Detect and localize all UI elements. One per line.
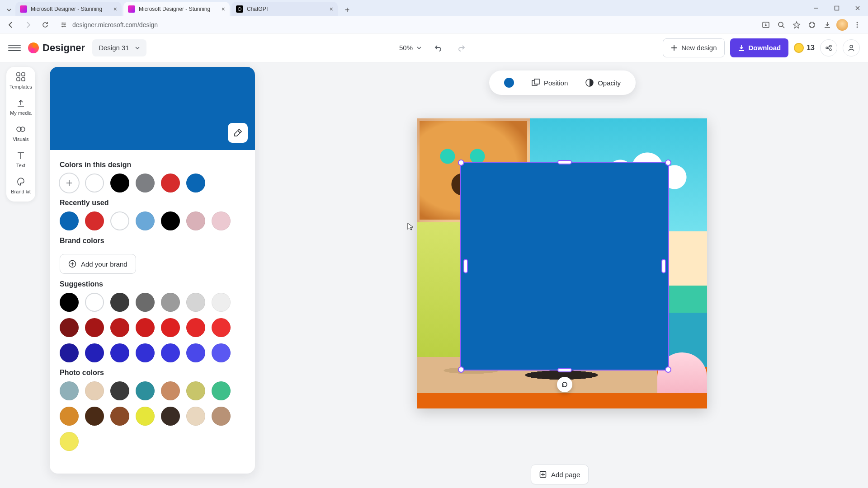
add-color-button[interactable] [60, 174, 79, 192]
download-button[interactable]: Download [730, 38, 789, 57]
suggestion-swatch[interactable] [136, 293, 155, 312]
in-design-swatch[interactable] [85, 174, 104, 192]
redo-button[interactable] [454, 41, 469, 55]
photo-swatch[interactable] [60, 432, 79, 451]
browser-menu-icon[interactable] [851, 19, 863, 31]
position-button[interactable]: Position [531, 78, 568, 87]
add-brand-button[interactable]: Add your brand [60, 254, 136, 274]
design-name-selector[interactable]: Design 31 [92, 39, 146, 56]
rail-visuals[interactable]: Visuals [13, 124, 28, 142]
suggestion-swatch[interactable] [110, 343, 129, 362]
opacity-button[interactable]: Opacity [585, 78, 621, 87]
suggestion-swatch[interactable] [161, 343, 180, 362]
window-maximize-button[interactable] [826, 0, 847, 16]
photo-swatch[interactable] [85, 407, 104, 426]
browser-tab-2[interactable]: ChatGPT × [231, 2, 338, 16]
address-field[interactable]: designer.microsoft.com/design [56, 18, 755, 32]
close-icon[interactable]: × [222, 5, 225, 13]
design-canvas[interactable] [417, 118, 707, 408]
suggestion-swatch[interactable] [136, 343, 155, 362]
browser-reload-button[interactable] [39, 19, 52, 31]
share-button[interactable] [820, 39, 837, 56]
install-app-icon[interactable] [760, 19, 772, 31]
suggestion-swatch[interactable] [136, 318, 155, 337]
suggestion-swatch[interactable] [85, 343, 104, 362]
rotate-handle[interactable] [557, 377, 572, 392]
photo-swatch[interactable] [110, 381, 129, 400]
account-button[interactable] [843, 39, 860, 56]
resize-handle-left[interactable] [463, 259, 468, 273]
in-design-swatch[interactable] [161, 174, 180, 192]
new-design-button[interactable]: New design [663, 38, 724, 57]
resize-handle-bottom-left[interactable] [458, 366, 464, 373]
photo-swatch[interactable] [85, 381, 104, 400]
photo-swatch[interactable] [161, 407, 180, 426]
suggestion-swatch[interactable] [85, 318, 104, 337]
photo-swatch[interactable] [186, 407, 205, 426]
browser-tab-1[interactable]: Microsoft Designer - Stunning × [123, 2, 230, 16]
suggestion-swatch[interactable] [212, 343, 231, 362]
site-info-icon[interactable] [60, 21, 68, 29]
photo-swatch[interactable] [212, 381, 231, 400]
suggestion-swatch[interactable] [161, 318, 180, 337]
suggestion-swatch[interactable] [212, 318, 231, 337]
profile-avatar[interactable] [836, 19, 848, 31]
recent-swatch[interactable] [110, 211, 129, 230]
fill-color-button[interactable] [504, 78, 514, 88]
photo-swatch[interactable] [110, 407, 129, 426]
in-design-swatch[interactable] [186, 174, 205, 192]
zoom-icon[interactable] [775, 19, 788, 31]
suggestion-swatch[interactable] [110, 293, 129, 312]
rail-templates[interactable]: Templates [9, 71, 32, 89]
close-icon[interactable]: × [330, 5, 333, 13]
photo-swatch[interactable] [136, 407, 155, 426]
new-tab-button[interactable]: + [340, 4, 355, 16]
add-page-button[interactable]: Add page [531, 465, 589, 484]
recent-swatch[interactable] [136, 211, 155, 230]
resize-handle-right[interactable] [661, 259, 666, 273]
suggestion-swatch[interactable] [85, 293, 104, 312]
in-design-swatch[interactable] [110, 174, 129, 192]
suggestion-swatch[interactable] [110, 318, 129, 337]
selected-rectangle-shape[interactable] [460, 162, 669, 371]
recent-swatch[interactable] [60, 211, 79, 230]
photo-swatch[interactable] [186, 381, 205, 400]
suggestion-swatch[interactable] [60, 293, 79, 312]
extensions-icon[interactable] [806, 19, 818, 31]
browser-forward-button[interactable] [22, 19, 34, 31]
in-design-swatch[interactable] [136, 174, 155, 192]
zoom-selector[interactable]: 50% [399, 44, 422, 52]
resize-handle-top-left[interactable] [458, 160, 464, 166]
window-minimize-button[interactable] [806, 0, 826, 16]
rail-text[interactable]: Text [15, 150, 26, 168]
window-close-button[interactable] [847, 0, 868, 16]
browser-tab-0[interactable]: Microsoft Designer - Stunning × [15, 2, 122, 16]
downloads-icon[interactable] [821, 19, 834, 31]
photo-swatch[interactable] [161, 381, 180, 400]
photo-swatch[interactable] [60, 381, 79, 400]
close-icon[interactable]: × [113, 5, 117, 13]
suggestion-swatch[interactable] [60, 343, 79, 362]
resize-handle-bottom-right[interactable] [665, 366, 671, 373]
suggestion-swatch[interactable] [186, 343, 205, 362]
menu-button[interactable] [8, 42, 21, 54]
tab-search-dropdown[interactable] [3, 4, 15, 16]
photo-swatch[interactable] [212, 407, 231, 426]
photo-swatch[interactable] [60, 407, 79, 426]
coins-indicator[interactable]: 13 [794, 43, 815, 53]
rail-brand-kit[interactable]: Brand kit [11, 176, 30, 194]
suggestion-swatch[interactable] [60, 318, 79, 337]
suggestion-swatch[interactable] [186, 293, 205, 312]
resize-handle-bottom[interactable] [557, 368, 572, 372]
recent-swatch[interactable] [85, 211, 104, 230]
suggestion-swatch[interactable] [186, 318, 205, 337]
bookmark-icon[interactable] [790, 19, 803, 31]
recent-swatch[interactable] [186, 211, 205, 230]
suggestion-swatch[interactable] [161, 293, 180, 312]
recent-swatch[interactable] [161, 211, 180, 230]
rail-my-media[interactable]: My media [10, 98, 32, 116]
browser-back-button[interactable] [5, 19, 17, 31]
undo-button[interactable] [431, 41, 445, 55]
recent-swatch[interactable] [212, 211, 231, 230]
resize-handle-top-right[interactable] [665, 160, 671, 166]
